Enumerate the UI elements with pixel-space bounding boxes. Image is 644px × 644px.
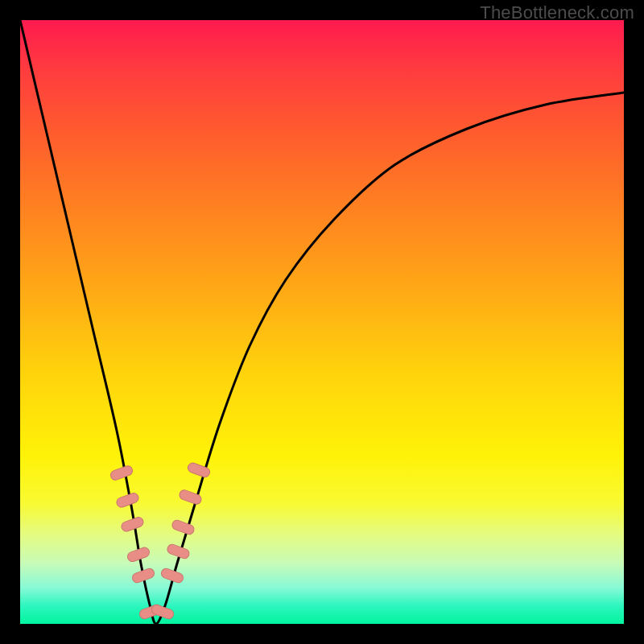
highlight-marker [109,464,134,481]
highlight-marker [151,604,175,621]
chart-frame: TheBottleneck.com [0,0,644,644]
plot-area [20,20,624,624]
watermark-text: TheBottleneck.com [480,2,634,23]
bottleneck-curve-path [20,20,624,624]
highlight-marker [115,492,139,509]
highlight-markers-group [109,461,211,620]
bottleneck-curve-svg [20,20,624,624]
highlight-marker [171,519,195,536]
